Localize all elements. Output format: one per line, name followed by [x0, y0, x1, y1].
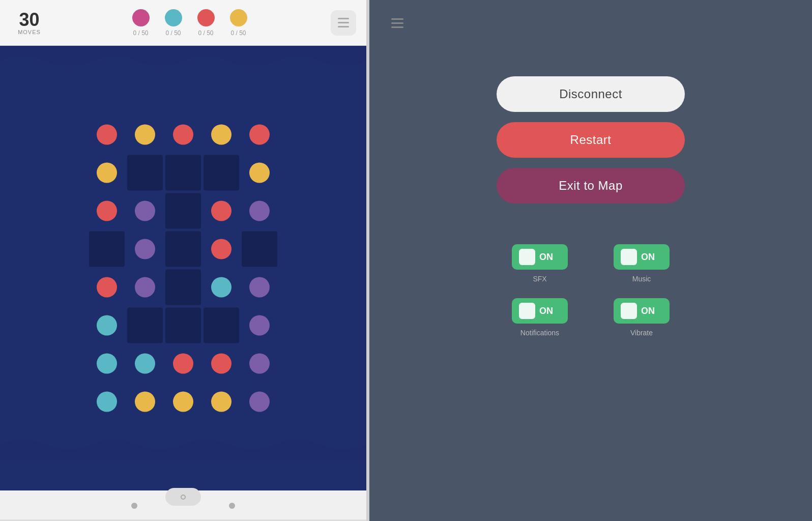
- dot-cell[interactable]: [127, 384, 163, 420]
- dot-cell[interactable]: [242, 270, 277, 305]
- dot-cell[interactable]: [89, 117, 125, 153]
- score-item-red: 0 / 50: [197, 9, 215, 37]
- menu-line-r-3: [391, 26, 403, 28]
- purple-dot[interactable]: [249, 201, 270, 221]
- dot-cell[interactable]: [204, 384, 239, 420]
- disconnect-button[interactable]: Disconnect: [497, 76, 685, 112]
- hamburger-menu-button[interactable]: [331, 10, 356, 36]
- dot-cell[interactable]: [127, 231, 163, 267]
- red-dot[interactable]: [173, 125, 193, 145]
- dot-cell[interactable]: [242, 346, 277, 382]
- dot-cell[interactable]: [204, 270, 239, 305]
- dot-cell[interactable]: [89, 270, 125, 305]
- sfx-toggle-item: ON SFX: [497, 244, 583, 283]
- red-dot[interactable]: [97, 277, 117, 298]
- dot-cell[interactable]: [89, 193, 125, 229]
- score-text-blue: 0 / 50: [165, 30, 181, 37]
- dot-cell[interactable]: [89, 384, 125, 420]
- dot-cell[interactable]: [242, 193, 277, 229]
- dot-cell[interactable]: [204, 117, 239, 153]
- purple-dot[interactable]: [249, 354, 270, 374]
- yellow-dot[interactable]: [211, 125, 231, 145]
- vibrate-label: Vibrate: [630, 329, 653, 337]
- menu-line-r-1: [391, 18, 403, 20]
- yellow-dot[interactable]: [249, 163, 270, 183]
- blue-dot[interactable]: [97, 354, 117, 374]
- blue-dot[interactable]: [97, 392, 117, 412]
- red-dot[interactable]: [97, 125, 117, 145]
- red-dot[interactable]: [211, 201, 231, 221]
- purple-dot[interactable]: [135, 277, 155, 298]
- blue-dot[interactable]: [211, 277, 231, 298]
- dot-cell[interactable]: [127, 193, 163, 229]
- dot-cell: [89, 231, 125, 267]
- sfx-label: SFX: [533, 275, 546, 283]
- notifications-label: Notifications: [520, 329, 559, 337]
- menu-actions: Disconnect Restart Exit to Map: [369, 76, 812, 204]
- yellow-dot[interactable]: [135, 125, 155, 145]
- dot-cell[interactable]: [89, 346, 125, 382]
- toggle-square-vibrate: [621, 303, 637, 319]
- dot-cell[interactable]: [165, 346, 201, 382]
- dot-cell[interactable]: [242, 384, 277, 420]
- toggle-square-music: [621, 249, 637, 265]
- home-button[interactable]: [165, 488, 201, 506]
- dot-cell[interactable]: [242, 308, 277, 343]
- music-toggle-label: ON: [641, 252, 655, 263]
- purple-dot[interactable]: [249, 392, 270, 412]
- red-dot[interactable]: [173, 354, 193, 374]
- music-toggle-button[interactable]: ON: [614, 244, 670, 270]
- dot-cell: [165, 308, 201, 343]
- dot-cell: [127, 155, 163, 191]
- yellow-dot[interactable]: [135, 392, 155, 412]
- restart-button[interactable]: Restart: [497, 122, 685, 158]
- dot-cell: [242, 231, 277, 267]
- dot-cell[interactable]: [242, 117, 277, 153]
- dot-cell[interactable]: [127, 117, 163, 153]
- dot-cell[interactable]: [204, 193, 239, 229]
- dot-cell[interactable]: [242, 155, 277, 191]
- purple-dot[interactable]: [135, 201, 155, 221]
- dot-cell[interactable]: [127, 270, 163, 305]
- dot-cell[interactable]: [89, 308, 125, 343]
- dot-cell[interactable]: [89, 155, 125, 191]
- menu-line-3: [338, 26, 349, 27]
- toggle-square-sfx: [519, 249, 535, 265]
- moves-label: MOVES: [18, 29, 41, 35]
- game-footer: [0, 490, 366, 521]
- notifications-toggle-button[interactable]: ON: [512, 298, 568, 324]
- dot-cell: [165, 231, 201, 267]
- menu-line-1: [338, 18, 349, 19]
- sfx-toggle-button[interactable]: ON: [512, 244, 568, 270]
- yellow-dot[interactable]: [211, 392, 231, 412]
- score-text-pink: 0 / 50: [133, 30, 148, 37]
- blue-dot[interactable]: [135, 354, 155, 374]
- dot-cell[interactable]: [204, 346, 239, 382]
- dot-cell: [204, 308, 239, 343]
- purple-dot[interactable]: [249, 315, 270, 336]
- dot-cell: [127, 308, 163, 343]
- purple-dot[interactable]: [135, 239, 155, 259]
- dot-cell[interactable]: [204, 231, 239, 267]
- score-items: 0 / 50 0 / 50 0 / 50 0 / 50: [64, 9, 315, 37]
- blue-dot[interactable]: [97, 315, 117, 336]
- purple-dot[interactable]: [249, 277, 270, 298]
- notifications-toggle-item: ON Notifications: [497, 298, 583, 337]
- dot-cell[interactable]: [127, 346, 163, 382]
- red-dot[interactable]: [249, 125, 270, 145]
- dots-grid[interactable]: [89, 117, 277, 420]
- red-dot[interactable]: [211, 354, 231, 374]
- game-board[interactable]: [0, 46, 366, 490]
- red-dot[interactable]: [211, 239, 231, 259]
- yellow-dot[interactable]: [97, 163, 117, 183]
- hamburger-menu-button-right[interactable]: [385, 10, 410, 36]
- yellow-dot[interactable]: [173, 392, 193, 412]
- dot-cell[interactable]: [165, 384, 201, 420]
- moves-counter: 30 MOVES: [10, 11, 48, 35]
- vibrate-toggle-button[interactable]: ON: [614, 298, 670, 324]
- dot-cell[interactable]: [165, 117, 201, 153]
- red-dot[interactable]: [97, 201, 117, 221]
- exit-to-map-button[interactable]: Exit to Map: [497, 168, 685, 204]
- dot-cell: [165, 270, 201, 305]
- notifications-toggle-label: ON: [539, 306, 553, 316]
